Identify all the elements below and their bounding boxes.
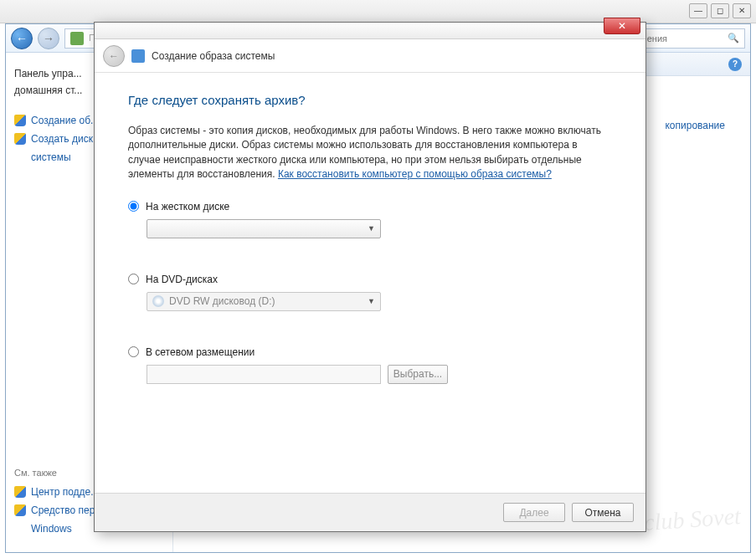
- option-network: В сетевом размещении Выбрать...: [128, 346, 612, 384]
- wizard-header: ← Создание образа системы: [95, 39, 645, 73]
- help-link[interactable]: Как восстановить компьютер с помощью обр…: [278, 168, 552, 180]
- radio-network[interactable]: [128, 346, 139, 357]
- search-icon: 🔍: [728, 33, 739, 44]
- network-path-input: [147, 365, 381, 384]
- location-icon: [70, 32, 84, 45]
- backup-link[interactable]: копирование: [665, 120, 725, 131]
- chrome-close-icon[interactable]: ✕: [733, 3, 751, 18]
- system-image-icon: [131, 49, 145, 63]
- wizard-back-button[interactable]: ←: [103, 45, 125, 67]
- wizard-footer: Далее Отмена: [95, 493, 645, 531]
- browser-chrome: — ◻ ✕: [0, 0, 756, 23]
- wizard-title: Создание образа системы: [152, 50, 275, 62]
- chrome-max-icon[interactable]: ◻: [711, 3, 729, 18]
- wizard-heading: Где следует сохранять архив?: [128, 93, 612, 107]
- shield-icon: [14, 133, 26, 145]
- close-button[interactable]: ✕: [604, 18, 640, 34]
- radio-network-label: В сетевом размещении: [146, 346, 255, 358]
- wizard-titlebar: ✕: [95, 23, 645, 39]
- chrome-min-icon[interactable]: —: [689, 3, 707, 18]
- next-button[interactable]: Далее: [503, 503, 565, 522]
- shield-icon: [14, 486, 26, 498]
- chevron-down-icon: ▼: [368, 297, 375, 305]
- chevron-down-icon: ▼: [368, 224, 375, 233]
- option-hdd: На жестком диске ▼: [128, 201, 612, 238]
- forward-button[interactable]: →: [38, 28, 59, 49]
- shield-icon: [14, 115, 26, 126]
- radio-dvd-label: На DVD-дисках: [146, 274, 218, 285]
- option-dvd: На DVD-дисках DVD RW дисковод (D:) ▼: [128, 274, 612, 311]
- wizard-dialog: ✕ ← Создание образа системы Где следует …: [94, 22, 646, 532]
- radio-dvd[interactable]: [128, 274, 139, 284]
- browse-button[interactable]: Выбрать...: [388, 365, 448, 384]
- radio-hdd-label: На жестком диске: [146, 201, 229, 212]
- wizard-description: Образ системы - это копия дисков, необхо…: [128, 124, 612, 182]
- hdd-combo[interactable]: ▼: [147, 219, 381, 238]
- shield-icon: [14, 504, 26, 516]
- dvd-icon: [152, 295, 164, 307]
- radio-hdd[interactable]: [128, 201, 139, 212]
- back-button[interactable]: ←: [11, 28, 33, 49]
- dvd-combo-value: DVD RW дисковод (D:): [169, 295, 275, 307]
- cancel-button[interactable]: Отмена: [572, 503, 634, 522]
- dvd-combo: DVD RW дисковод (D:) ▼: [147, 292, 381, 311]
